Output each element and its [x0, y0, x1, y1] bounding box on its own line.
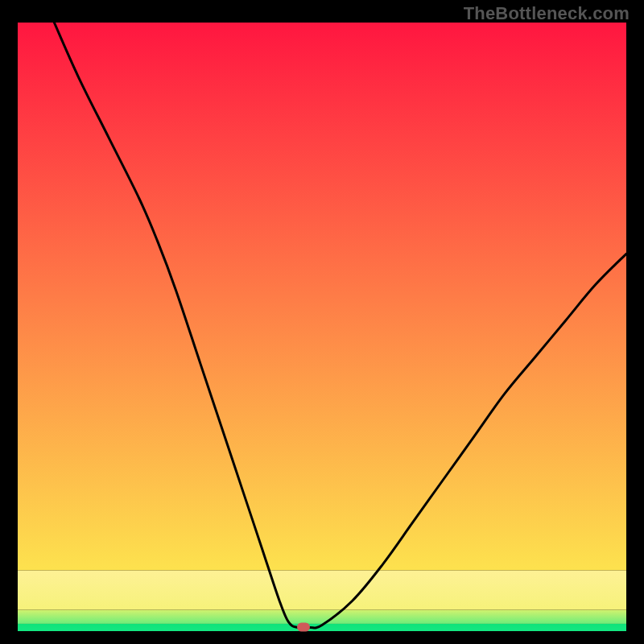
watermark-text: TheBottleneck.com — [464, 3, 630, 24]
band-yellowgreen — [18, 610, 626, 624]
band-gradient — [18, 23, 626, 570]
bottleneck-marker — [297, 623, 310, 632]
band-paleyellow — [18, 570, 626, 609]
plot-area — [18, 23, 626, 631]
chart-frame: TheBottleneck.com — [0, 0, 644, 644]
chart-svg — [18, 23, 626, 631]
